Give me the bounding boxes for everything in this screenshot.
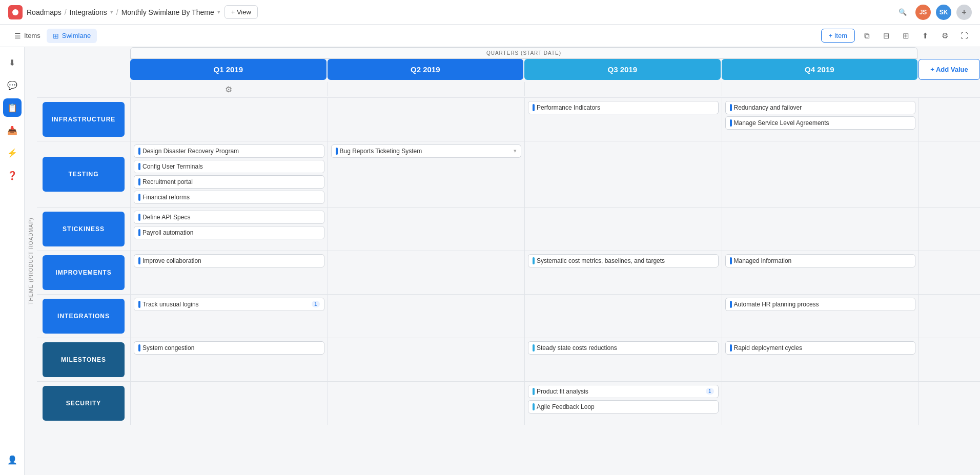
col-header-q2[interactable]: Q2 2019 — [328, 59, 524, 80]
card-text: Manage Service Level Agreements — [734, 119, 911, 127]
card[interactable]: Performance Indicators — [528, 101, 719, 114]
add-value-cell-security — [918, 382, 980, 425]
breadcrumb-roadmaps[interactable]: Roadmaps — [27, 8, 62, 16]
swim-cell-improvements-q2 — [328, 251, 525, 294]
card-bar — [730, 301, 732, 308]
card[interactable]: Manage Service Level Agreements — [725, 116, 916, 130]
fullscreen-icon[interactable]: ⛶ — [956, 28, 972, 44]
card[interactable]: Track unusual logins1 — [134, 298, 324, 311]
tab-swimlane-label: Swimlane — [62, 32, 91, 39]
swim-label-cell-stickiness: STICKINESS — [37, 208, 130, 251]
settings-q1-icon[interactable]: ⚙ — [225, 85, 232, 94]
layout-icon[interactable]: ⊟ — [879, 28, 894, 44]
col-header-q4[interactable]: Q4 2019 — [722, 59, 918, 80]
card[interactable]: Redundancy and failover — [725, 101, 916, 114]
swim-label-cell-infrastructure: INFRASTRUCTURE — [37, 98, 130, 141]
avatar-sk[interactable]: SK — [936, 5, 951, 20]
tab-items[interactable]: ☰ Items — [8, 29, 47, 43]
breadcrumb-chevron-2[interactable]: ▾ — [217, 9, 220, 15]
add-item-button[interactable]: + Item — [821, 29, 855, 43]
sidebar-icon-feedback[interactable]: 💬 — [3, 76, 22, 94]
card[interactable]: System congestion — [134, 341, 324, 355]
main-area: ⬇ 💬 📋 📥 ⚡ ❓ 👤 THEME (PRODUCT ROADMAP) QU… — [0, 47, 980, 475]
card[interactable]: Define API Specs — [134, 211, 324, 224]
sub-nav-right: + Item ⧉ ⊟ ⊞ ⬆ ⚙ ⛶ — [821, 28, 972, 44]
swimlane-icon: ⊞ — [53, 32, 59, 40]
breadcrumb-chevron-1[interactable]: ▾ — [110, 9, 113, 15]
swim-cell-security-q1 — [130, 382, 328, 425]
card-bar — [138, 301, 140, 308]
add-value-cell-integrations — [918, 295, 980, 338]
swim-rows: INFRASTRUCTUREPerformance IndicatorsRedu… — [37, 97, 980, 425]
swim-cell-testing-q3 — [524, 141, 722, 207]
settings-icon[interactable]: ⚙ — [937, 28, 952, 44]
breadcrumb-current[interactable]: Monthly Swimlane By Theme — [121, 8, 214, 16]
swim-label-improvements[interactable]: IMPROVEMENTS — [43, 255, 125, 290]
rotated-label: THEME (PRODUCT ROADMAP) — [28, 217, 34, 304]
swim-label-infrastructure[interactable]: INFRASTRUCTURE — [43, 102, 125, 137]
swim-cell-stickiness-q2 — [328, 208, 525, 251]
card[interactable]: Automate HR planning process — [725, 298, 916, 311]
swim-label-milestones[interactable]: MILESTONES — [43, 342, 125, 377]
export-icon[interactable]: ⬆ — [917, 28, 933, 44]
col-header-q3[interactable]: Q3 2019 — [524, 59, 721, 80]
add-value-button[interactable]: + Add Value — [918, 59, 980, 80]
avatar-add[interactable]: + — [956, 5, 972, 20]
sidebar-icon-help[interactable]: ❓ — [3, 166, 22, 184]
card-chevron-icon[interactable]: ▾ — [514, 148, 517, 154]
add-value-cell-milestones — [918, 338, 980, 381]
card-bar — [138, 214, 140, 221]
card[interactable]: Financial reforms — [134, 191, 324, 204]
sidebar: ⬇ 💬 📋 📥 ⚡ ❓ 👤 — [0, 47, 25, 475]
swim-cell-testing-q1: Design Disaster Recovery ProgramConfig U… — [130, 141, 328, 207]
sidebar-icon-user[interactable]: 👤 — [3, 450, 22, 469]
swim-label-cell-improvements: IMPROVEMENTS — [37, 251, 130, 294]
swim-cell-security-q4 — [722, 382, 919, 425]
swim-label-integrations[interactable]: INTEGRATIONS — [43, 299, 125, 334]
filter-icon[interactable]: ⧉ — [859, 28, 874, 44]
card[interactable]: Payroll automation — [134, 226, 324, 239]
swim-label-cell-milestones: MILESTONES — [37, 338, 130, 381]
card[interactable]: Config User Terminals — [134, 160, 324, 173]
breadcrumb-integrations[interactable]: Integrations — [70, 8, 107, 16]
add-value-cell-improvements — [918, 251, 980, 294]
card-text: Payroll automation — [142, 229, 320, 236]
card[interactable]: Steady state costs reductions — [528, 341, 719, 355]
sidebar-icon-download[interactable]: ⬇ — [3, 53, 22, 72]
view-button[interactable]: + View — [224, 5, 258, 19]
card-bar — [138, 148, 140, 155]
card[interactable]: Rapid deployment cycles — [725, 341, 916, 355]
card[interactable]: Design Disaster Recovery Program — [134, 144, 324, 158]
card[interactable]: Systematic cost metrics, baselines, and … — [528, 254, 719, 267]
swim-label-stickiness[interactable]: STICKINESS — [43, 212, 125, 246]
card[interactable]: Recruitment portal — [134, 175, 324, 189]
swim-label-security[interactable]: SECURITY — [43, 386, 125, 421]
swim-cell-infrastructure-q1 — [130, 98, 328, 141]
swim-cell-security-q2 — [328, 382, 525, 425]
card[interactable]: Bug Reports Ticketing System▾ — [331, 144, 522, 158]
swim-label-testing[interactable]: TESTING — [43, 157, 125, 192]
sidebar-icon-inbox[interactable]: 📥 — [3, 121, 22, 139]
items-icon: ☰ — [14, 32, 21, 40]
sidebar-icon-lightning[interactable]: ⚡ — [3, 143, 22, 162]
swim-cell-infrastructure-q2 — [328, 98, 525, 141]
roadmap-area: THEME (PRODUCT ROADMAP) QUARTERS (START … — [25, 47, 980, 475]
swim-cell-improvements-q4: Managed information — [722, 251, 919, 294]
settings-row: ⚙ — [130, 82, 980, 96]
card[interactable]: Agile Feedback Loop — [528, 400, 719, 414]
swim-row-testing: TESTINGDesign Disaster Recovery ProgramC… — [37, 141, 980, 207]
card[interactable]: Product fit analysis1 — [528, 385, 719, 398]
search-icon[interactable]: 🔍 — [895, 5, 910, 20]
col-header-q1[interactable]: Q1 2019 — [130, 59, 326, 80]
card-bar — [730, 104, 732, 111]
card[interactable]: Improve collaboration — [134, 254, 324, 267]
sidebar-icon-roadmap[interactable]: 📋 — [3, 98, 22, 117]
card[interactable]: Managed information — [725, 254, 916, 267]
avatar-js[interactable]: JS — [915, 5, 931, 20]
tab-swimlane[interactable]: ⊞ Swimlane — [47, 29, 97, 43]
col-settings-q1: ⚙ — [130, 82, 326, 96]
swim-cell-infrastructure-q4: Redundancy and failoverManage Service Le… — [722, 98, 919, 141]
card-bar — [336, 148, 338, 155]
grid-icon[interactable]: ⊞ — [898, 28, 913, 44]
card-text: Agile Feedback Loop — [537, 403, 714, 410]
